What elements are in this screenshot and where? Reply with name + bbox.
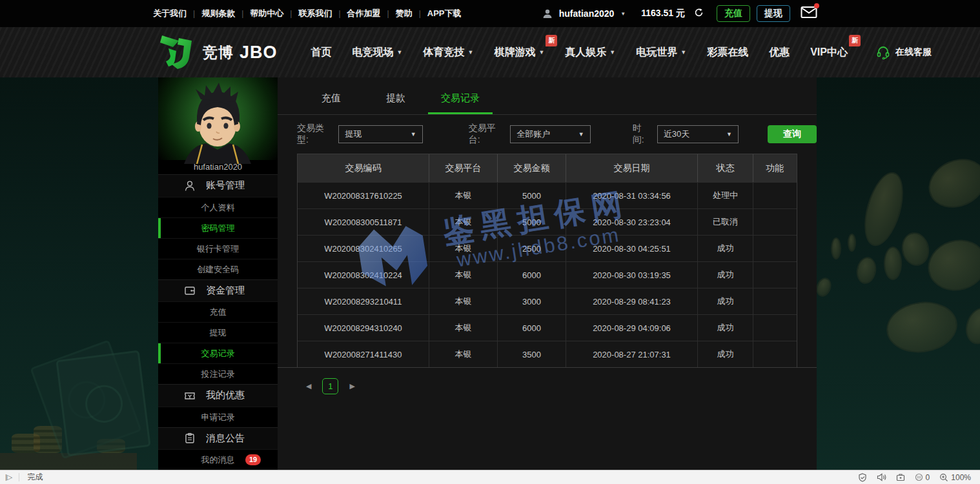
coin-decoration	[831, 237, 841, 259]
filter-transaction-type: 交易类型: 提现▼	[297, 123, 423, 146]
media-blocker-icon[interactable]: 0	[915, 473, 930, 482]
cell-date: 2020-08-29 08:41:23	[566, 288, 698, 314]
security-shield-icon[interactable]	[858, 473, 867, 482]
wallet-icon	[184, 285, 196, 296]
zoom-level: 100%	[951, 473, 971, 482]
sidebar-item-withdraw[interactable]: 提现	[158, 322, 278, 343]
cell-code: W202008271411430	[298, 341, 429, 367]
cell-action	[753, 315, 796, 341]
pagination: ◀ 1 ▶	[306, 378, 817, 394]
nav-item-sports[interactable]: 体育竞技▼	[423, 46, 473, 59]
column-header: 交易日期	[566, 154, 698, 182]
prev-page-icon[interactable]: ◀	[306, 382, 311, 390]
sidebar-item-bank-card[interactable]: 银行卡管理	[158, 238, 278, 259]
cell-action	[753, 236, 796, 261]
cell-code: W202008302410224	[298, 262, 429, 288]
nav-item-live-casino[interactable]: 真人娱乐▼	[565, 46, 615, 59]
link-help[interactable]: 帮助中心	[250, 8, 283, 19]
link-about[interactable]: 关于我们	[153, 8, 187, 19]
sidebar-item-security-code[interactable]: 创建安全码	[158, 259, 278, 279]
online-service-button[interactable]: 在线客服	[876, 45, 932, 59]
next-page-icon[interactable]: ▶	[349, 382, 354, 390]
user-icon	[184, 180, 196, 192]
platform-select[interactable]: 全部账户▼	[510, 125, 591, 143]
tab-withdraw[interactable]: 提款	[363, 92, 428, 114]
filter-time: 时间: 近30天▼	[633, 123, 739, 146]
cell-date: 2020-08-30 03:19:35	[566, 262, 698, 288]
topbar-recharge-button[interactable]: 充值	[717, 5, 750, 22]
sidebar-section-account[interactable]: 账号管理	[158, 174, 278, 196]
status-badge: 已取消	[698, 209, 753, 235]
headset-icon	[876, 45, 890, 59]
status-badge: 成功	[698, 288, 753, 314]
cell-action	[753, 209, 796, 235]
mail-button[interactable]	[801, 6, 817, 21]
site-logo[interactable]: 竞博JBO	[159, 34, 278, 70]
nav-item-promotions[interactable]: 优惠	[769, 46, 790, 59]
body-region: hufatian2020 账号管理 个人资料 密码管理 银行卡管理 创建安全码 …	[0, 77, 980, 470]
sidebar-item-password[interactable]: 密码管理	[158, 217, 278, 238]
transaction-type-select[interactable]: 提现▼	[338, 125, 422, 143]
search-button[interactable]: 查询	[768, 125, 817, 143]
time-range-select[interactable]: 近30天▼	[657, 125, 739, 143]
filter-label: 时间:	[633, 123, 652, 146]
nav-item-vip[interactable]: VIP中心新	[810, 46, 848, 59]
link-separator: |	[193, 9, 195, 18]
link-sponsor[interactable]: 赞助	[396, 8, 413, 19]
chevron-down-icon: ▼	[680, 49, 686, 55]
extension-box-icon[interactable]	[896, 473, 905, 481]
tab-transactions[interactable]: 交易记录	[428, 92, 493, 114]
coin-decoration	[922, 233, 980, 297]
sidebar-item-bet-records[interactable]: 投注记录	[158, 363, 278, 384]
topbar-withdraw-button[interactable]: 提现	[757, 5, 790, 22]
status-badge: 成功	[698, 341, 753, 367]
topbar-links: 关于我们| 规则条款| 帮助中心| 联系我们| 合作加盟| 赞助| APP下载	[153, 8, 461, 19]
sidebar-item-my-messages[interactable]: 我的消息 19	[158, 449, 278, 470]
cell-platform: 本银	[429, 315, 498, 341]
link-affiliate[interactable]: 合作加盟	[347, 8, 381, 19]
link-app-download[interactable]: APP下载	[427, 8, 462, 19]
nav-item-home[interactable]: 首页	[311, 46, 332, 59]
table-row: W202008271411430 本银 3500 2020-08-27 21:0…	[298, 341, 797, 367]
sidebar-item-transactions[interactable]: 交易记录	[158, 343, 278, 363]
zoom-control[interactable]: 100%	[939, 473, 971, 482]
table-row: W202008300511871 本银 5000 2020-08-30 23:2…	[298, 208, 797, 235]
cell-code: W202008300511871	[298, 209, 429, 235]
link-contact[interactable]: 联系我们	[298, 8, 332, 19]
nav-item-lottery[interactable]: 彩票在线	[707, 46, 748, 59]
sidebar-section-promos[interactable]: 我的优惠	[158, 384, 278, 406]
cell-action	[753, 341, 796, 367]
avatar[interactable]	[158, 77, 278, 160]
sidebar-item-application-records[interactable]: 申请记录	[158, 407, 278, 427]
table-header-row: 交易编码 交易平台 交易金额 交易日期 状态 功能	[298, 154, 797, 182]
cell-platform: 本银	[429, 183, 498, 208]
column-header: 交易编码	[298, 154, 429, 182]
user-dropdown-caret-icon[interactable]: ▼	[620, 11, 626, 17]
speaker-icon[interactable]	[877, 473, 886, 481]
nav-item-card-games[interactable]: 棋牌游戏▼新	[494, 46, 544, 59]
refresh-balance-icon[interactable]	[694, 8, 704, 20]
cell-date: 2020-08-31 03:34:56	[566, 183, 698, 208]
sidebar-section-funds[interactable]: 资金管理	[158, 279, 278, 301]
topbar-user-area: hufatian2020 ▼ 1163.51 元 充值 提现	[542, 5, 817, 22]
nav-item-arcade[interactable]: 电玩世界▼	[636, 46, 686, 59]
status-badge: 处理中	[698, 183, 753, 208]
sidebar-item-recharge[interactable]: 充值	[158, 301, 278, 322]
status-text: 完成	[27, 472, 43, 483]
cell-code: W202008294310240	[298, 315, 429, 341]
cell-platform: 本银	[429, 236, 498, 261]
sidebar-item-profile[interactable]: 个人资料	[158, 197, 278, 217]
nav-item-esports-live[interactable]: 电竞现场▼	[352, 46, 403, 59]
page-number-button[interactable]: 1	[322, 378, 338, 394]
link-rules[interactable]: 规则条款	[201, 8, 235, 19]
cell-action	[753, 183, 796, 208]
cell-date: 2020-08-30 04:25:51	[566, 236, 698, 261]
cell-amount: 3500	[498, 341, 566, 367]
status-play-icon: |▷	[5, 473, 19, 481]
username-label[interactable]: hufatian2020	[559, 8, 615, 19]
cell-code: W202008302410265	[298, 236, 429, 261]
cell-date: 2020-08-27 21:07:31	[566, 341, 698, 367]
tab-recharge[interactable]: 充值	[299, 92, 363, 114]
cell-action	[753, 288, 796, 314]
sidebar-section-messages[interactable]: 消息公告	[158, 427, 278, 449]
